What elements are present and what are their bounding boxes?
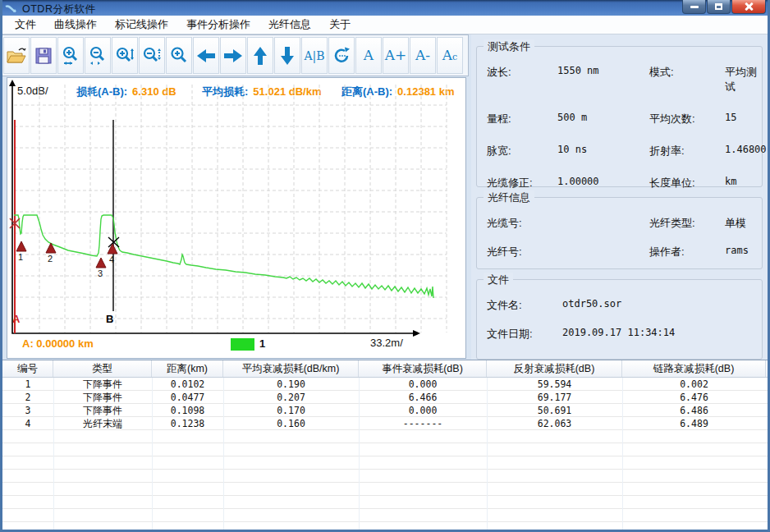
- cursor-b-label[interactable]: B: [106, 313, 113, 325]
- cell-event-loss: 0.000: [359, 378, 487, 391]
- trace-legend-swatch: [231, 338, 254, 351]
- scale-a-button[interactable]: A: [355, 37, 382, 74]
- cell-id: 2: [2, 391, 53, 404]
- menu-file[interactable]: 文件: [6, 15, 45, 34]
- pulse-width-value: 10 ns: [557, 144, 649, 158]
- event-number-4: 4: [109, 255, 114, 264]
- file-name-value: otdr50.sor: [562, 298, 755, 313]
- col-header-reflect-loss[interactable]: 反射衰减损耗(dB): [487, 360, 622, 377]
- close-button[interactable]: [731, 0, 766, 14]
- col-header-link-loss[interactable]: 链路衰减损耗(dB): [622, 360, 766, 377]
- zoom-in-horizontal-button[interactable]: [57, 37, 84, 74]
- maximize-button[interactable]: [707, 0, 731, 14]
- col-header-event-loss[interactable]: 事件衰减损耗(dB): [359, 360, 487, 377]
- fiber-info-title: 光纤信息: [484, 190, 534, 205]
- table-row[interactable]: 4 光纤末端 0.1238 0.160 ------- 62.063 6.489: [2, 417, 768, 430]
- scale-a-center-button[interactable]: Ac: [437, 37, 463, 74]
- toolbar: A|B A A+ A- Ac: [2, 34, 469, 76]
- zoom-out-horizontal-button[interactable]: [85, 37, 111, 74]
- test-conditions-fields: 波长: 1550 nm 模式: 平均测试 量程: 500 m 平均次数: 15 …: [477, 47, 762, 190]
- app-icon: [5, 3, 18, 15]
- refresh-button[interactable]: [328, 37, 355, 74]
- minimize-button[interactable]: [682, 0, 706, 14]
- cell-distance: 0.1238: [152, 417, 223, 430]
- otdr-trace: [14, 215, 433, 298]
- cell-type: 下降事件: [53, 391, 152, 404]
- pan-up-button[interactable]: [247, 37, 273, 74]
- menu-fiber-info[interactable]: 光纤信息: [259, 15, 320, 34]
- cable-number-label: 光缆号:: [487, 216, 557, 231]
- mode-value: 平均测试: [725, 65, 767, 94]
- col-header-type[interactable]: 类型: [53, 360, 152, 377]
- table-row[interactable]: 1 下降事件 0.0102 0.190 0.000 59.594 0.002: [2, 378, 768, 391]
- pan-left-button[interactable]: [193, 37, 219, 74]
- fiber-info-fields: 光缆号: 光纤类型: 单模 光纤号: 操作者: rams: [477, 198, 762, 259]
- menu-marker-ops[interactable]: 标记线操作: [106, 15, 177, 34]
- a-c-icon: Ac: [442, 48, 457, 62]
- pan-down-button[interactable]: [274, 37, 300, 74]
- avg-count-label: 平均次数:: [649, 112, 725, 126]
- info-panel: 测试条件 波长: 1550 nm 模式: 平均测试 量程: 500 m 平均次数…: [471, 34, 768, 360]
- cursor-ab-button[interactable]: A|B: [301, 37, 328, 74]
- wavelength-label: 波长:: [487, 65, 557, 94]
- ab-icon: A|B: [304, 50, 324, 62]
- file-group-title: 文件: [484, 273, 513, 287]
- cell-type: 下降事件: [53, 378, 152, 391]
- cable-number-value: [557, 216, 649, 231]
- cell-reflect-loss: 50.691: [487, 404, 622, 417]
- fiber-number-value: [557, 245, 649, 259]
- menu-curve-ops[interactable]: 曲线操作: [45, 15, 106, 34]
- zoom-out-vertical-button[interactable]: [139, 37, 165, 74]
- open-file-button[interactable]: [3, 37, 30, 74]
- arrow-right-icon: [222, 47, 244, 65]
- zoom-in-icon: [169, 46, 189, 66]
- col-header-avg-loss[interactable]: 平均衰减损耗(dB/km): [223, 360, 359, 377]
- zoom-out-horizontal-icon: [88, 46, 108, 66]
- arrow-down-icon: [278, 45, 296, 66]
- file-date-label: 文件日期:: [487, 327, 562, 342]
- pan-right-button[interactable]: [220, 37, 246, 74]
- otdr-plot[interactable]: [7, 78, 464, 357]
- length-unit-label: 长度单位:: [649, 176, 725, 190]
- cell-distance: 0.0477: [152, 391, 223, 404]
- close-icon: [744, 2, 754, 11]
- x-scale-label: 33.2m/: [370, 337, 403, 349]
- file-date-value: 2019.09.17 11:34:14: [562, 327, 755, 342]
- fiber-type-label: 光纤类型:: [649, 216, 725, 231]
- test-conditions-title: 测试条件: [484, 39, 534, 54]
- event-marker-1: [16, 241, 26, 251]
- refractive-index-label: 折射率:: [649, 144, 725, 158]
- cursor-a-label[interactable]: A: [12, 313, 20, 325]
- menu-about[interactable]: 关于: [320, 15, 360, 34]
- cell-id: 1: [2, 378, 53, 391]
- cell-id: 4: [2, 417, 53, 430]
- cell-link-loss: 6.486: [622, 404, 766, 417]
- cell-type: 光纤末端: [53, 417, 152, 430]
- table-row[interactable]: 3 下降事件 0.1098 0.170 0.000 50.691 6.486: [2, 404, 768, 417]
- event-table: 编号 类型 距离(km) 平均衰减损耗(dB/km) 事件衰减损耗(dB) 反射…: [2, 360, 768, 530]
- scale-a-minus-button[interactable]: A-: [410, 37, 436, 74]
- otdr-chart-panel[interactable]: 5.0dB/ 损耗(A-B):6.310 dB 平均损耗:51.021 dB/k…: [7, 77, 466, 359]
- mode-label: 模式:: [649, 65, 725, 94]
- zoom-in-button[interactable]: [166, 37, 192, 74]
- save-button[interactable]: [30, 37, 57, 74]
- cell-avg-loss: 0.207: [223, 391, 359, 404]
- cell-event-loss: 0.000: [359, 404, 487, 417]
- wavelength-value: 1550 nm: [557, 65, 649, 94]
- table-row[interactable]: 2 下降事件 0.0477 0.207 6.466 69.177 6.476: [2, 391, 768, 404]
- operator-label: 操作者:: [649, 245, 725, 259]
- event-number-3: 3: [98, 268, 103, 278]
- col-header-distance[interactable]: 距离(km): [152, 360, 223, 377]
- event-number-2: 2: [48, 254, 53, 264]
- fiber-info-group: 光纤信息 光缆号: 光纤类型: 单模 光纤号: 操作者: rams: [476, 197, 763, 269]
- save-floppy-icon: [34, 47, 53, 65]
- zoom-in-vertical-button[interactable]: [112, 37, 138, 74]
- cursor-a-position: A: 0.00000 km: [22, 337, 94, 350]
- zoom-out-vertical-icon: [142, 46, 162, 66]
- event-number-1: 1: [18, 252, 23, 262]
- col-header-id[interactable]: 编号: [2, 360, 53, 377]
- menu-event-analysis[interactable]: 事件分析操作: [177, 15, 259, 34]
- scale-a-plus-button[interactable]: A+: [383, 37, 409, 74]
- a-minus-icon: A-: [415, 48, 430, 62]
- cell-distance: 0.1098: [152, 404, 223, 417]
